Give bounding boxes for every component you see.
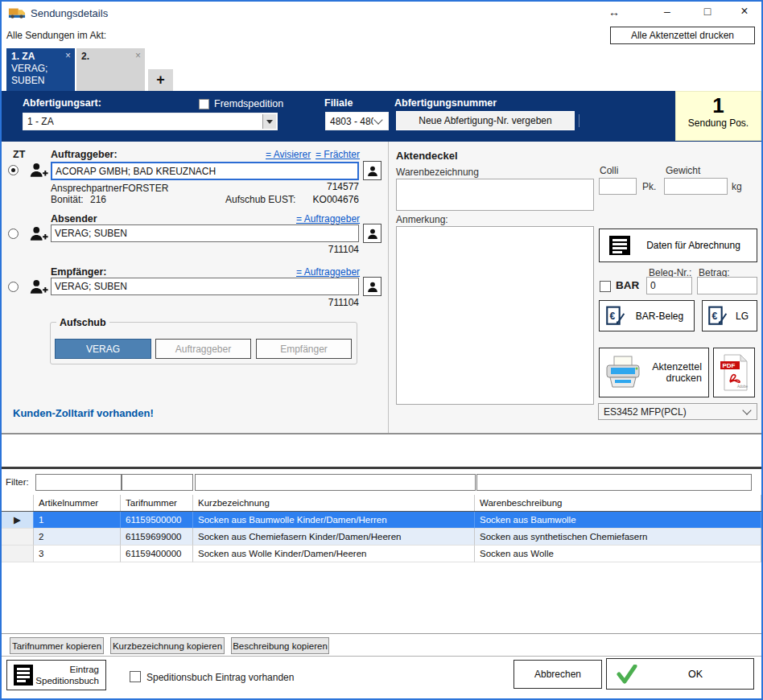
empfaenger-auftraggeber-link[interactable]: = Auftraggeber <box>296 266 360 278</box>
empfaenger-input[interactable] <box>51 278 359 295</box>
colli-suffix: Pk. <box>642 181 656 192</box>
aufschub-verag-button[interactable]: VERAG <box>55 339 151 359</box>
bar-checkbox[interactable] <box>600 281 611 292</box>
table-row[interactable]: 3 61159400000 Socken aus Wolle Kinder/Da… <box>2 546 761 562</box>
absender-auftraggeber-link[interactable]: = Auftraggeber <box>296 213 360 224</box>
bonitaet-label: Bonität: <box>51 194 84 205</box>
speditionsbuch-checkbox[interactable] <box>130 671 141 682</box>
fraechter-link[interactable]: = Frächter <box>316 149 360 160</box>
column-header-warenbeschreibung[interactable]: Warenbeschreibung <box>475 495 761 511</box>
cell-artikelnummer: 3 <box>34 546 121 562</box>
eintrag-speditionsbuch-button[interactable]: Eintrag Speditionsbuch <box>6 660 106 690</box>
gewicht-input[interactable] <box>664 178 728 195</box>
abfertigungsnummer-label: Abfertigungsnummer <box>394 97 497 109</box>
tab-sub1: VERAG; <box>11 63 70 75</box>
document-lines-icon <box>609 236 630 255</box>
minimize-icon[interactable]: – <box>657 3 678 19</box>
empfaenger-label: Empfänger: <box>51 266 106 278</box>
person-add-icon[interactable] <box>29 278 48 295</box>
bar-beleg-button[interactable]: € BAR-Beleg <box>599 300 695 331</box>
warenbezeichnung-textarea[interactable] <box>396 179 594 211</box>
filter-kurzbezeichnung-input[interactable] <box>195 474 476 491</box>
aufschub-eust-value: KO004676 <box>298 194 359 205</box>
bar-beleg-label: BAR-Beleg <box>625 311 694 322</box>
ok-button[interactable]: OK <box>606 658 754 690</box>
filiale-value: 4803 - 480 <box>330 116 373 127</box>
printer-select[interactable]: ES3452 MFP(PCL) <box>598 403 757 420</box>
tab-title: 1. ZA <box>11 51 70 63</box>
table-row[interactable]: 2 61159699000 Socken aus Chemiefasern Ki… <box>2 529 761 546</box>
chevron-down-icon[interactable] <box>262 114 276 129</box>
empfaenger-radio[interactable] <box>8 282 19 292</box>
auftraggeber-input[interactable] <box>51 162 359 180</box>
aktenzettel-label-2: drucken <box>642 373 702 384</box>
absender-input[interactable] <box>51 224 359 242</box>
person-icon <box>367 228 378 240</box>
pdf-button[interactable]: PDF Adobe <box>713 348 755 397</box>
panel-divider <box>388 142 389 433</box>
beleg-nr-input[interactable] <box>646 277 692 294</box>
column-header-tarifnummer[interactable]: Tarifnummer <box>121 495 193 511</box>
person-add-icon[interactable] <box>29 225 48 242</box>
window-title: Sendungsdetails <box>31 7 108 19</box>
absender-label: Absender <box>51 213 97 224</box>
svg-text:PDF: PDF <box>723 362 736 369</box>
auftraggeber-label: Auftraggeber: <box>51 149 118 160</box>
shipment-tab-2[interactable]: 2. × <box>76 48 145 91</box>
bar-label: BAR <box>616 279 639 291</box>
aufschub-empfaenger-button[interactable]: Empfänger <box>256 339 352 359</box>
dispatch-bar: Abfertigungsart: 1 - ZA Fremdspedition F… <box>2 91 761 142</box>
fremdspedition-checkbox[interactable] <box>199 99 209 109</box>
aktenzettel-drucken-button[interactable]: Aktenzettel drucken <box>599 348 709 397</box>
tab-title: 2. <box>81 51 140 63</box>
shipment-tab-1[interactable]: 1. ZA VERAG; SUBEN × <box>6 48 75 91</box>
tab-sub2: SUBEN <box>11 75 70 87</box>
anmerkung-textarea[interactable] <box>396 226 594 405</box>
filter-warenbeschreibung-input[interactable] <box>476 474 752 491</box>
betrag-input[interactable] <box>697 277 757 294</box>
absender-contact-button[interactable] <box>363 224 382 243</box>
resize-icon[interactable]: ↔ <box>604 4 625 20</box>
separator <box>579 114 579 127</box>
zolltarif-note: Kunden-Zolltarif vorhanden! <box>13 407 154 419</box>
empfaenger-contact-button[interactable] <box>363 277 382 296</box>
add-tab-button[interactable]: + <box>148 69 173 91</box>
copy-tarifnummer-button[interactable]: Tarifnummer kopieren <box>10 637 104 654</box>
print-all-aktenzettel-button[interactable]: Alle Aktenzettel drucken <box>610 27 755 44</box>
auftraggeber-contact-button[interactable] <box>363 161 382 180</box>
aufschub-legend: Aufschub <box>56 317 109 328</box>
lg-button[interactable]: € LG <box>702 300 757 331</box>
euro-receipt-icon: € <box>604 305 625 327</box>
copy-beschreibung-button[interactable]: Beschreibung kopieren <box>231 637 329 654</box>
table-row[interactable]: ▶ 1 61159500000 Socken aus Baumwolle Kin… <box>2 512 761 529</box>
cell-warenbeschreibung: Socken aus Baumwolle <box>475 512 761 529</box>
tab-close-icon[interactable]: × <box>135 50 141 61</box>
daten-abrechnung-button[interactable]: Daten für Abrechnung <box>599 229 757 262</box>
filter-tarifnummer-input[interactable] <box>122 474 193 491</box>
close-icon[interactable]: × <box>734 3 755 19</box>
svg-text:Adobe: Adobe <box>737 385 749 389</box>
avisierer-link[interactable]: = Avisierer <box>266 149 311 160</box>
articles-table-section: Filter: Artikelnummer Tarifnummer Kurzbe… <box>2 467 761 634</box>
abfertigungsart-combobox[interactable]: 1 - ZA <box>23 113 278 130</box>
copy-kurzbezeichnung-button[interactable]: Kurzbezeichnung kopieren <box>110 637 225 654</box>
auftraggeber-radio[interactable] <box>8 165 19 175</box>
abfertigungsart-label: Abfertigungsart: <box>23 97 101 109</box>
cancel-button[interactable]: Abbrechen <box>513 660 602 689</box>
sendung-pos-count: 1 <box>676 93 761 117</box>
filiale-select[interactable]: 4803 - 480 <box>325 112 389 130</box>
maximize-icon[interactable]: □ <box>697 3 718 19</box>
ok-label: OK <box>637 669 753 680</box>
column-header-artikelnummer[interactable]: Artikelnummer <box>34 495 121 511</box>
absender-radio[interactable] <box>8 229 19 239</box>
colli-input[interactable] <box>599 178 637 195</box>
person-add-icon[interactable] <box>29 162 48 179</box>
speditionsbuch-checkbox-label: Speditionsbuch Eintrag vorhanden <box>146 672 294 683</box>
filter-artikelnummer-input[interactable] <box>35 474 122 491</box>
colli-label: Colli <box>600 165 618 176</box>
aufschub-auftraggeber-button[interactable]: Auftraggeber <box>155 339 251 359</box>
tab-close-icon[interactable]: × <box>65 50 71 61</box>
indicator-column-header <box>2 495 34 511</box>
neue-abfertigungsnummer-button[interactable]: Neue Abfertigung-Nr. vergeben <box>396 111 575 130</box>
column-header-kurzbezeichnung[interactable]: Kurzbezeichnung <box>193 495 475 511</box>
